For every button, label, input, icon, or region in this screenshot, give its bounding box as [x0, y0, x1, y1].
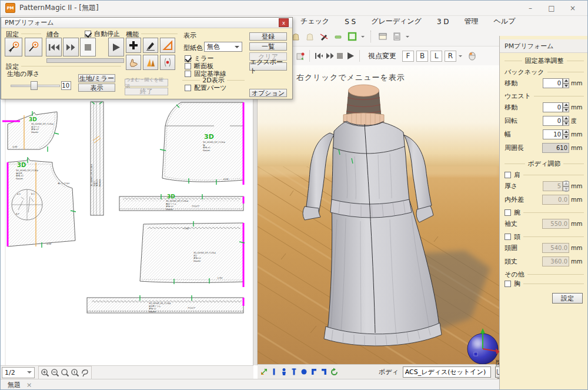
- backneck-move-input[interactable]: 0: [543, 78, 563, 88]
- view-right-button[interactable]: R: [445, 51, 456, 62]
- end-button[interactable]: 終了: [125, 88, 168, 95]
- menu-help[interactable]: ヘルプ: [486, 16, 523, 26]
- maximize-button[interactable]: □: [542, 2, 562, 15]
- table-window-icon[interactable]: [377, 31, 388, 42]
- menu-manage[interactable]: 管理: [457, 16, 486, 26]
- svg-text:Master: Master: [149, 311, 156, 313]
- zoom-fit-icon[interactable]: [60, 368, 70, 378]
- sew-stop-button[interactable]: [80, 38, 96, 56]
- placed-parts-checkbox[interactable]: [185, 85, 191, 91]
- view3d-scene[interactable]: 右クリックでメニューを表示: [258, 65, 499, 364]
- view-back-button[interactable]: B: [416, 51, 428, 62]
- list-button[interactable]: 一覧: [249, 42, 287, 51]
- record-state-icon[interactable]: [296, 52, 305, 61]
- menu-grading[interactable]: グレーディング: [363, 16, 429, 26]
- fabric-show-button[interactable]: 表示: [78, 84, 115, 92]
- mouse-help-icon[interactable]: [468, 52, 476, 61]
- piece-skirt[interactable]: 3D_DEMO_OP_F12K4 前2 表地 x1 Master 1/50 +3…: [140, 221, 245, 287]
- mannequin-neck[interactable]: [343, 85, 384, 127]
- minimize-button[interactable]: –: [520, 2, 540, 15]
- sew-forward-icon[interactable]: [325, 52, 333, 61]
- page-selector[interactable]: 1/2: [2, 367, 35, 378]
- sew-play-button[interactable]: [108, 38, 124, 56]
- auto-stop-checkbox-row[interactable]: 自動停止: [85, 29, 120, 38]
- placed-parts-checkbox-row[interactable]: 配置パーツ: [185, 84, 227, 92]
- corner-left-icon[interactable]: [310, 368, 318, 376]
- func-pinch-button[interactable]: [126, 55, 141, 70]
- calculator-icon[interactable]: [392, 31, 402, 42]
- dialog-close-button[interactable]: x: [279, 18, 289, 27]
- svg-text:3D_DEMO_OP_F12K4: 3D_DEMO_OP_F12K4: [166, 200, 188, 202]
- func-body-point-button[interactable]: [160, 55, 175, 70]
- piece-sleeve[interactable]: 3D 3D_DEMO_OP_F12K4 袖 表地 x1 Master 4/08: [160, 102, 243, 185]
- view-left-button[interactable]: L: [430, 51, 442, 62]
- waist-width-input[interactable]: 10: [543, 129, 563, 139]
- waist-move-row: 移動 0 mm: [505, 101, 584, 114]
- zoom-in-icon[interactable]: [40, 368, 50, 378]
- pinch-open-confirm-button[interactable]: つまむ・開くを確認: [125, 79, 168, 86]
- piece-facing-strip[interactable]: 3D_DEMO_OP_F12K4 見返し 表地 x1 Master: [91, 102, 103, 215]
- toolbar-dropdown-icon[interactable]: [361, 36, 365, 39]
- export-button[interactable]: エクスポート: [249, 62, 287, 71]
- pin-vertical-icon[interactable]: [270, 368, 278, 376]
- corner-right-icon[interactable]: [320, 368, 328, 376]
- view-dropdown-icon[interactable]: [459, 55, 462, 59]
- sew-rewind-icon[interactable]: [315, 52, 323, 61]
- green-dash-icon[interactable]: [333, 31, 343, 42]
- waist-width-spinner[interactable]: [563, 129, 569, 139]
- body-figure-icon[interactable]: [280, 368, 288, 376]
- zoom-out-icon[interactable]: [50, 368, 60, 378]
- shoulder-checkbox[interactable]: [505, 172, 511, 178]
- section-board-checkbox[interactable]: [185, 63, 191, 69]
- zoom-area-icon[interactable]: [80, 368, 90, 378]
- bar-icon[interactable]: [290, 368, 298, 376]
- fabric-mirror-button[interactable]: 生地/ミラー: [78, 74, 115, 82]
- menu-check[interactable]: チェック: [293, 16, 337, 26]
- arm-checkbox[interactable]: [505, 209, 511, 216]
- waist-move-input[interactable]: 0: [543, 102, 563, 112]
- body-name-input[interactable]: [403, 366, 491, 378]
- mirror-checkbox[interactable]: [185, 55, 191, 62]
- piece-back-yoke[interactable]: 3D 3D_DEMO_OP_F12K4 後ヨーク 表地 x2 Master b/…: [2, 111, 59, 152]
- sew-play-icon[interactable]: [346, 52, 355, 61]
- transform-icon[interactable]: [260, 368, 268, 376]
- piece-hem-frill[interactable]: 3D_DEMO_SK_F12K4 裾3周フリル 表地 x1 Master F10…: [87, 295, 243, 313]
- waist-rotate-input[interactable]: 0: [543, 116, 563, 126]
- func-pen-button[interactable]: [143, 38, 158, 53]
- toolbar-dropdown2-icon[interactable]: [406, 36, 409, 39]
- register-button[interactable]: 登録: [249, 32, 287, 41]
- backneck-move-spinner[interactable]: [563, 78, 569, 88]
- sphere-icon[interactable]: [300, 368, 308, 376]
- pattern-piece-light-icon[interactable]: [305, 31, 315, 42]
- fix-pin-add-button[interactable]: [5, 38, 22, 56]
- piece-front-bodice[interactable]: 4.56.2 B.P 3D 3D_DEMO_OP_F12K4 身頃前 表地 x2…: [8, 157, 76, 248]
- refresh-icon[interactable]: [330, 368, 338, 376]
- dialog-title-bar[interactable]: PMプリフォーム x: [1, 18, 292, 28]
- fix-pin-button[interactable]: [25, 38, 42, 56]
- tab-close-icon[interactable]: ×: [26, 381, 32, 389]
- green-square-icon[interactable]: [347, 31, 358, 42]
- document-tab[interactable]: 無題: [8, 381, 21, 389]
- menu-3d[interactable]: 3 D: [429, 18, 457, 26]
- auto-stop-checkbox[interactable]: [85, 31, 91, 37]
- option-button[interactable]: オプション: [249, 89, 287, 97]
- piece-chest-frill[interactable]: 3D 3D_DEMO_OP_F12K4 胸元フリル 表地 x1 Master F…: [119, 194, 243, 211]
- sew-forward-button[interactable]: [63, 38, 79, 56]
- sew-rewind-button[interactable]: [46, 38, 62, 56]
- zoom-actual-icon[interactable]: [70, 368, 80, 378]
- waist-rotate-spinner[interactable]: [563, 116, 569, 126]
- sew-stop-icon[interactable]: [336, 52, 344, 61]
- set-button[interactable]: 設定: [552, 293, 583, 304]
- head-checkbox[interactable]: [505, 234, 511, 240]
- menu-ss[interactable]: S S: [337, 18, 363, 26]
- pen-disabled-icon[interactable]: [319, 31, 329, 42]
- func-add-button[interactable]: [126, 38, 141, 53]
- pattern-color-select[interactable]: 無色: [204, 42, 242, 52]
- chest-checkbox[interactable]: [505, 281, 511, 287]
- func-fold-button[interactable]: [143, 55, 158, 70]
- func-setsquare-button[interactable]: [160, 38, 175, 53]
- view-front-button[interactable]: F: [402, 51, 414, 62]
- waist-move-spinner[interactable]: [563, 102, 569, 112]
- fabric-thickness-thumb[interactable]: [31, 81, 38, 90]
- close-button[interactable]: ×: [563, 2, 583, 15]
